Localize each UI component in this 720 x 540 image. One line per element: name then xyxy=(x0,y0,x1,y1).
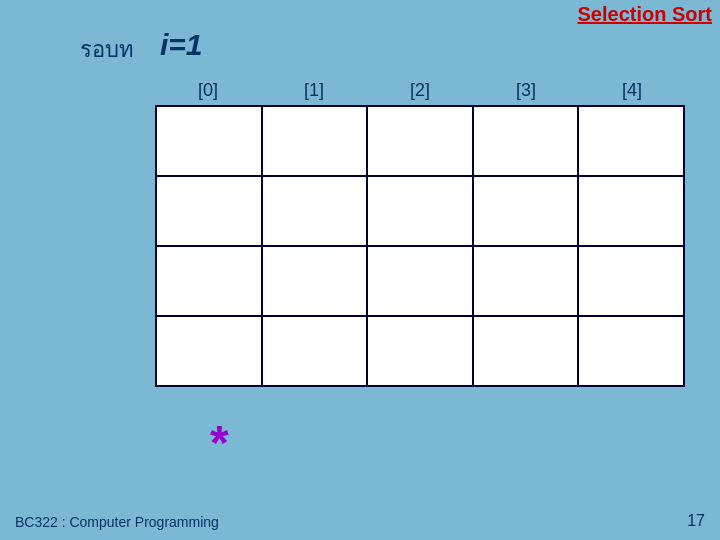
page-number: 17 xyxy=(687,512,705,530)
cell-0-2 xyxy=(367,106,473,176)
cell-1-4 xyxy=(578,176,684,246)
asterisk-symbol: * xyxy=(210,415,229,470)
cell-3-3 xyxy=(473,316,579,386)
col-header-0: [0] xyxy=(155,80,261,105)
round-label: รอบท xyxy=(80,32,134,67)
footer-text: BC322 : Computer Programming xyxy=(15,514,219,530)
cell-0-1 xyxy=(262,106,368,176)
page-title: Selection Sort xyxy=(578,3,712,26)
table-row xyxy=(156,176,684,246)
cell-1-2 xyxy=(367,176,473,246)
table-row xyxy=(156,106,684,176)
cell-2-3 xyxy=(473,246,579,316)
array-grid xyxy=(155,105,685,387)
cell-1-0 xyxy=(156,176,262,246)
cell-2-1 xyxy=(262,246,368,316)
column-headers: [0] [1] [2] [3] [4] xyxy=(155,80,685,105)
col-header-1: [1] xyxy=(261,80,367,105)
col-header-3: [3] xyxy=(473,80,579,105)
cell-2-4 xyxy=(578,246,684,316)
col-header-4: [4] xyxy=(579,80,685,105)
cell-3-2 xyxy=(367,316,473,386)
cell-1-3 xyxy=(473,176,579,246)
cell-1-1 xyxy=(262,176,368,246)
cell-3-0 xyxy=(156,316,262,386)
cell-0-0 xyxy=(156,106,262,176)
cell-0-4 xyxy=(578,106,684,176)
table-row xyxy=(156,316,684,386)
cell-2-2 xyxy=(367,246,473,316)
cell-3-4 xyxy=(578,316,684,386)
grid-container: [0] [1] [2] [3] [4] xyxy=(155,80,685,390)
i-value: i=1 xyxy=(160,28,203,62)
cell-0-3 xyxy=(473,106,579,176)
cell-2-0 xyxy=(156,246,262,316)
table-row xyxy=(156,246,684,316)
cell-3-1 xyxy=(262,316,368,386)
col-header-2: [2] xyxy=(367,80,473,105)
